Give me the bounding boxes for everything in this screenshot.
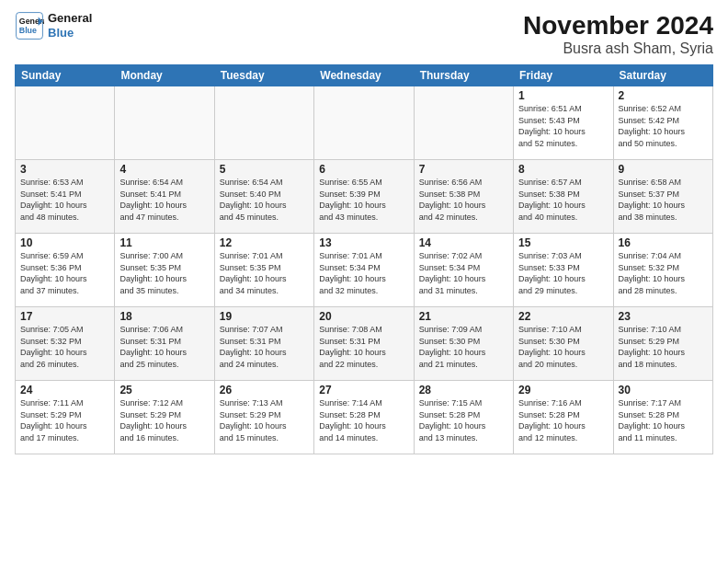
- day-number: 13: [319, 236, 408, 249]
- weekday-header-row: SundayMondayTuesdayWednesdayThursdayFrid…: [16, 65, 713, 86]
- calendar-cell: [115, 86, 214, 160]
- day-info: Sunrise: 6:57 AM Sunset: 5:38 PM Dayligh…: [518, 177, 608, 223]
- day-number: 25: [119, 384, 209, 396]
- calendar-cell: [314, 86, 414, 160]
- day-number: 16: [619, 236, 708, 249]
- calendar-cell: 24Sunrise: 7:11 AM Sunset: 5:29 PM Dayli…: [16, 381, 115, 454]
- calendar-subtitle: Busra ash Sham, Syria: [523, 40, 713, 57]
- day-number: 10: [20, 236, 109, 249]
- day-info: Sunrise: 6:58 AM Sunset: 5:37 PM Dayligh…: [619, 177, 708, 223]
- header: General Blue General Blue November 2024 …: [15, 11, 713, 57]
- logo-line1: General: [48, 11, 92, 26]
- day-info: Sunrise: 7:02 AM Sunset: 5:34 PM Dayligh…: [419, 250, 508, 296]
- day-info: Sunrise: 7:17 AM Sunset: 5:28 PM Dayligh…: [619, 397, 708, 443]
- weekday-header-sunday: Sunday: [16, 65, 115, 86]
- day-info: Sunrise: 6:55 AM Sunset: 5:39 PM Dayligh…: [319, 177, 408, 223]
- calendar-cell: 12Sunrise: 7:01 AM Sunset: 5:35 PM Dayli…: [214, 234, 313, 307]
- calendar-cell: [16, 86, 115, 160]
- day-info: Sunrise: 7:15 AM Sunset: 5:28 PM Dayligh…: [419, 397, 508, 443]
- calendar-cell: 13Sunrise: 7:01 AM Sunset: 5:34 PM Dayli…: [314, 234, 414, 307]
- calendar-cell: 7Sunrise: 6:56 AM Sunset: 5:38 PM Daylig…: [414, 160, 513, 234]
- weekday-header-saturday: Saturday: [613, 65, 712, 86]
- calendar-cell: 10Sunrise: 6:59 AM Sunset: 5:36 PM Dayli…: [16, 234, 115, 307]
- day-number: 5: [220, 163, 309, 176]
- calendar-cell: 23Sunrise: 7:10 AM Sunset: 5:29 PM Dayli…: [613, 307, 712, 381]
- calendar-table: SundayMondayTuesdayWednesdayThursdayFrid…: [15, 64, 713, 454]
- calendar-cell: 22Sunrise: 7:10 AM Sunset: 5:30 PM Dayli…: [514, 307, 613, 381]
- logo: General Blue General Blue: [15, 11, 92, 40]
- day-info: Sunrise: 7:06 AM Sunset: 5:31 PM Dayligh…: [119, 324, 209, 370]
- page: General Blue General Blue November 2024 …: [0, 0, 728, 563]
- day-number: 9: [619, 163, 708, 176]
- calendar-row-0: 1Sunrise: 6:51 AM Sunset: 5:43 PM Daylig…: [16, 86, 713, 160]
- calendar-cell: 30Sunrise: 7:17 AM Sunset: 5:28 PM Dayli…: [613, 381, 712, 454]
- day-info: Sunrise: 6:51 AM Sunset: 5:43 PM Dayligh…: [518, 103, 608, 149]
- calendar-cell: [214, 86, 313, 160]
- day-number: 4: [119, 163, 209, 176]
- day-info: Sunrise: 6:52 AM Sunset: 5:42 PM Dayligh…: [619, 103, 708, 149]
- day-number: 23: [619, 310, 708, 323]
- day-number: 14: [419, 236, 508, 249]
- day-number: 27: [319, 384, 408, 396]
- calendar-cell: 6Sunrise: 6:55 AM Sunset: 5:39 PM Daylig…: [314, 160, 414, 234]
- calendar-cell: [414, 86, 513, 160]
- svg-text:Blue: Blue: [19, 26, 37, 35]
- calendar-cell: 28Sunrise: 7:15 AM Sunset: 5:28 PM Dayli…: [414, 381, 513, 454]
- calendar-cell: 9Sunrise: 6:58 AM Sunset: 5:37 PM Daylig…: [613, 160, 712, 234]
- day-number: 17: [20, 310, 109, 323]
- day-number: 11: [119, 236, 209, 249]
- weekday-header-thursday: Thursday: [414, 65, 513, 86]
- calendar-cell: 21Sunrise: 7:09 AM Sunset: 5:30 PM Dayli…: [414, 307, 513, 381]
- day-info: Sunrise: 7:16 AM Sunset: 5:28 PM Dayligh…: [518, 397, 608, 443]
- day-number: 28: [419, 384, 508, 396]
- calendar-cell: 5Sunrise: 6:54 AM Sunset: 5:40 PM Daylig…: [214, 160, 313, 234]
- calendar-row-4: 24Sunrise: 7:11 AM Sunset: 5:29 PM Dayli…: [16, 381, 713, 454]
- calendar-cell: 1Sunrise: 6:51 AM Sunset: 5:43 PM Daylig…: [514, 86, 613, 160]
- day-info: Sunrise: 7:11 AM Sunset: 5:29 PM Dayligh…: [20, 397, 109, 443]
- calendar-cell: 2Sunrise: 6:52 AM Sunset: 5:42 PM Daylig…: [613, 86, 712, 160]
- day-info: Sunrise: 7:04 AM Sunset: 5:32 PM Dayligh…: [619, 250, 708, 296]
- day-number: 12: [220, 236, 309, 249]
- day-number: 21: [419, 310, 508, 323]
- calendar-cell: 17Sunrise: 7:05 AM Sunset: 5:32 PM Dayli…: [16, 307, 115, 381]
- day-number: 1: [518, 89, 608, 102]
- day-number: 18: [119, 310, 209, 323]
- calendar-cell: 18Sunrise: 7:06 AM Sunset: 5:31 PM Dayli…: [115, 307, 214, 381]
- day-info: Sunrise: 6:54 AM Sunset: 5:40 PM Dayligh…: [220, 177, 309, 223]
- weekday-header-wednesday: Wednesday: [314, 65, 414, 86]
- calendar-cell: 19Sunrise: 7:07 AM Sunset: 5:31 PM Dayli…: [214, 307, 313, 381]
- day-info: Sunrise: 7:03 AM Sunset: 5:33 PM Dayligh…: [518, 250, 608, 296]
- day-info: Sunrise: 7:05 AM Sunset: 5:32 PM Dayligh…: [20, 324, 109, 370]
- calendar-cell: 27Sunrise: 7:14 AM Sunset: 5:28 PM Dayli…: [314, 381, 414, 454]
- day-number: 6: [319, 163, 408, 176]
- weekday-header-monday: Monday: [115, 65, 214, 86]
- day-number: 30: [619, 384, 708, 396]
- day-number: 24: [20, 384, 109, 396]
- day-number: 19: [220, 310, 309, 323]
- day-info: Sunrise: 7:01 AM Sunset: 5:34 PM Dayligh…: [319, 250, 408, 296]
- calendar-cell: 4Sunrise: 6:54 AM Sunset: 5:41 PM Daylig…: [115, 160, 214, 234]
- calendar-cell: 29Sunrise: 7:16 AM Sunset: 5:28 PM Dayli…: [514, 381, 613, 454]
- calendar-title: November 2024: [523, 11, 713, 40]
- day-info: Sunrise: 6:56 AM Sunset: 5:38 PM Dayligh…: [419, 177, 508, 223]
- day-number: 29: [518, 384, 608, 396]
- calendar-row-3: 17Sunrise: 7:05 AM Sunset: 5:32 PM Dayli…: [16, 307, 713, 381]
- day-number: 7: [419, 163, 508, 176]
- logo-line2: Blue: [48, 26, 92, 40]
- day-info: Sunrise: 7:08 AM Sunset: 5:31 PM Dayligh…: [319, 324, 408, 370]
- day-info: Sunrise: 7:01 AM Sunset: 5:35 PM Dayligh…: [220, 250, 309, 296]
- logo-icon: General Blue: [15, 11, 44, 40]
- calendar-cell: 20Sunrise: 7:08 AM Sunset: 5:31 PM Dayli…: [314, 307, 414, 381]
- day-number: 2: [619, 89, 708, 102]
- day-info: Sunrise: 6:53 AM Sunset: 5:41 PM Dayligh…: [20, 177, 109, 223]
- weekday-header-friday: Friday: [514, 65, 613, 86]
- day-info: Sunrise: 6:54 AM Sunset: 5:41 PM Dayligh…: [119, 177, 209, 223]
- day-number: 15: [518, 236, 608, 249]
- day-number: 20: [319, 310, 408, 323]
- calendar-row-1: 3Sunrise: 6:53 AM Sunset: 5:41 PM Daylig…: [16, 160, 713, 234]
- calendar-cell: 11Sunrise: 7:00 AM Sunset: 5:35 PM Dayli…: [115, 234, 214, 307]
- calendar-cell: 25Sunrise: 7:12 AM Sunset: 5:29 PM Dayli…: [115, 381, 214, 454]
- day-info: Sunrise: 6:59 AM Sunset: 5:36 PM Dayligh…: [20, 250, 109, 296]
- calendar-cell: 14Sunrise: 7:02 AM Sunset: 5:34 PM Dayli…: [414, 234, 513, 307]
- weekday-header-tuesday: Tuesday: [214, 65, 313, 86]
